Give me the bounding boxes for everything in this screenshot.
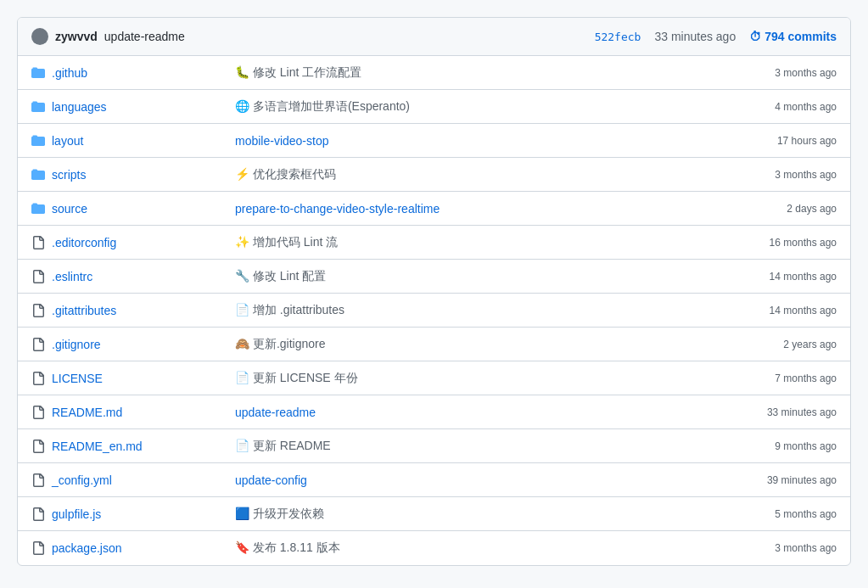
table-row: sourceprepare-to-change-video-style-real… [18,192,850,226]
table-row: package.json🔖 发布 1.8.11 版本3 months ago [18,531,850,565]
table-row: gulpfile.js🟦 升级开发依赖5 months ago [18,497,850,531]
time-ago: 17 hours ago [701,135,837,147]
commit-link[interactable]: update-readme [235,406,316,419]
table-row: .github🐛 修改 Lint 工作流配置3 months ago [18,56,850,90]
commit-message-cell: 🌐 多语言增加世界语(Esperanto) [235,99,701,115]
folder-name[interactable]: scripts [31,168,235,182]
file-icon [31,473,45,487]
time-ago: 3 months ago [701,169,837,181]
folder-icon [31,66,45,80]
folder-name[interactable]: source [31,202,235,216]
folder-icon [31,134,45,148]
folder-name[interactable]: languages [31,100,235,114]
file-icon [31,507,45,521]
folder-icon [31,168,45,182]
commit-message-cell: 📄 增加 .gitattributes [235,303,701,318]
commit-message-cell: prepare-to-change-video-style-realtime [235,202,701,216]
commit-link[interactable]: mobile-video-stop [235,134,329,148]
table-row: languages🌐 多语言增加世界语(Esperanto)4 months a… [18,90,850,124]
file-icon [31,406,45,419]
commit-author[interactable]: zywvvd [55,30,98,43]
time-ago: 3 months ago [701,542,837,554]
file-name[interactable]: _config.yml [31,473,235,487]
commit-message-cell: 📄 更新 README [235,439,701,454]
commit-header-left: zywvvd update-readme [31,28,185,45]
time-ago: 3 months ago [701,67,837,79]
table-row: .editorconfig✨ 增加代码 Lint 流16 months ago [18,226,850,260]
commit-header: zywvvd update-readme 522fecb 33 minutes … [18,18,850,56]
commit-message-cell: 📄 更新 LICENSE 年份 [235,371,701,386]
folder-name[interactable]: .github [31,66,235,80]
history-icon: ⏱ [749,30,761,43]
commit-link[interactable]: prepare-to-change-video-style-realtime [235,202,440,216]
file-icon [31,270,45,283]
commit-header-right: 522fecb 33 minutes ago ⏱ 794 commits [595,30,837,43]
time-ago: 7 months ago [701,372,837,384]
file-icon [31,338,45,351]
file-name[interactable]: .editorconfig [31,236,235,249]
commit-message-cell: ✨ 增加代码 Lint 流 [235,235,701,250]
commit-sha[interactable]: 522fecb [595,31,641,43]
commits-link[interactable]: ⏱ 794 commits [749,30,837,43]
table-row: .gitignore🙈 更新.gitignore2 years ago [18,328,850,361]
table-row: layoutmobile-video-stop17 hours ago [18,124,850,158]
folder-icon [31,100,45,114]
commit-message-cell: ⚡ 优化搜索框代码 [235,167,701,182]
commits-count: 794 commits [764,30,837,43]
table-row: _config.ymlupdate-config39 minutes ago [18,463,850,497]
time-ago: 39 minutes ago [701,474,837,486]
time-ago: 2 years ago [701,339,837,350]
table-row: README_en.md📄 更新 README9 months ago [18,429,850,463]
table-row: README.mdupdate-readme33 minutes ago [18,395,850,429]
commit-message-cell: 🟦 升级开发依赖 [235,507,701,522]
time-ago: 14 months ago [701,305,837,316]
time-ago: 5 months ago [701,508,837,520]
table-row: LICENSE📄 更新 LICENSE 年份7 months ago [18,361,850,395]
repo-container: zywvvd update-readme 522fecb 33 minutes … [17,17,851,566]
commit-message-text: update-readme [104,30,185,43]
table-row: scripts⚡ 优化搜索框代码3 months ago [18,158,850,192]
time-ago: 2 days ago [701,203,837,215]
commit-message-cell: update-config [235,473,701,487]
time-ago: 33 minutes ago [701,406,837,418]
svg-point-0 [36,31,43,37]
file-name[interactable]: README_en.md [31,440,235,453]
file-name[interactable]: gulpfile.js [31,507,235,521]
time-ago: 14 months ago [701,271,837,283]
time-ago: 16 months ago [701,237,837,249]
file-icon [31,440,45,453]
commit-link[interactable]: update-config [235,473,307,487]
commit-message-cell: update-readme [235,406,701,419]
commit-message-cell: mobile-video-stop [235,134,701,148]
file-name[interactable]: .gitattributes [31,304,235,317]
file-icon [31,372,45,385]
avatar [31,28,48,45]
table-row: .gitattributes📄 增加 .gitattributes14 mont… [18,294,850,328]
folder-icon [31,202,45,216]
commit-message-cell: 🙈 更新.gitignore [235,337,701,352]
file-name[interactable]: package.json [31,541,235,555]
commit-message-cell: 🐛 修改 Lint 工作流配置 [235,65,701,81]
file-name[interactable]: LICENSE [31,372,235,385]
file-icon [31,541,45,555]
commit-time: 33 minutes ago [654,30,736,43]
file-name[interactable]: .eslintrc [31,270,235,283]
commit-message-cell: 🔧 修改 Lint 配置 [235,269,701,284]
file-icon [31,304,45,317]
file-icon [31,236,45,249]
file-table: .github🐛 修改 Lint 工作流配置3 months ago langu… [18,56,850,565]
commit-message-cell: 🔖 发布 1.8.11 版本 [235,540,701,556]
time-ago: 9 months ago [701,440,837,452]
time-ago: 4 months ago [701,101,837,113]
file-name[interactable]: .gitignore [31,338,235,351]
folder-name[interactable]: layout [31,134,235,148]
file-name[interactable]: README.md [31,406,235,419]
table-row: .eslintrc🔧 修改 Lint 配置14 months ago [18,260,850,294]
